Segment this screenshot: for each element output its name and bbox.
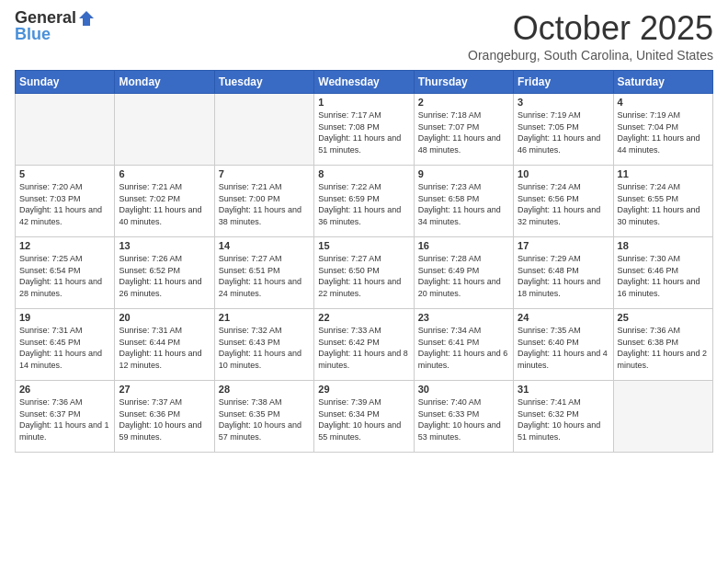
day-number: 25 (618, 312, 709, 323)
calendar-cell: 13Sunrise: 7:26 AM Sunset: 6:52 PM Dayli… (115, 237, 214, 309)
logo-icon (77, 9, 96, 28)
day-info: Sunrise: 7:21 AM Sunset: 7:02 PM Dayligh… (119, 181, 210, 227)
calendar-cell: 27Sunrise: 7:37 AM Sunset: 6:36 PM Dayli… (115, 381, 214, 453)
day-info: Sunrise: 7:28 AM Sunset: 6:49 PM Dayligh… (418, 253, 509, 299)
day-info: Sunrise: 7:33 AM Sunset: 6:42 PM Dayligh… (318, 325, 409, 371)
day-info: Sunrise: 7:39 AM Sunset: 6:34 PM Dayligh… (318, 396, 409, 442)
calendar-cell: 28Sunrise: 7:38 AM Sunset: 6:35 PM Dayli… (214, 381, 313, 453)
logo: General Blue (15, 9, 96, 42)
calendar-cell (613, 381, 712, 453)
col-sunday: Sunday (16, 71, 115, 94)
day-number: 8 (318, 168, 409, 179)
day-info: Sunrise: 7:36 AM Sunset: 6:38 PM Dayligh… (618, 325, 709, 371)
calendar-cell: 23Sunrise: 7:34 AM Sunset: 6:41 PM Dayli… (414, 309, 513, 381)
col-saturday: Saturday (613, 71, 712, 94)
month-title: October 2025 (468, 9, 713, 48)
day-number: 13 (119, 240, 210, 251)
day-info: Sunrise: 7:17 AM Sunset: 7:08 PM Dayligh… (318, 109, 409, 155)
day-info: Sunrise: 7:23 AM Sunset: 6:58 PM Dayligh… (418, 181, 509, 227)
day-number: 17 (518, 240, 609, 251)
title-section: October 2025 Orangeburg, South Carolina,… (468, 9, 713, 63)
day-info: Sunrise: 7:31 AM Sunset: 6:45 PM Dayligh… (19, 325, 110, 371)
calendar-cell: 2Sunrise: 7:18 AM Sunset: 7:07 PM Daylig… (414, 94, 513, 166)
calendar-cell: 12Sunrise: 7:25 AM Sunset: 6:54 PM Dayli… (16, 237, 115, 309)
day-number: 10 (518, 168, 609, 179)
calendar-cell: 31Sunrise: 7:41 AM Sunset: 6:32 PM Dayli… (514, 381, 613, 453)
calendar-cell: 14Sunrise: 7:27 AM Sunset: 6:51 PM Dayli… (214, 237, 313, 309)
calendar-cell: 18Sunrise: 7:30 AM Sunset: 6:46 PM Dayli… (613, 237, 712, 309)
calendar-week-1: 1Sunrise: 7:17 AM Sunset: 7:08 PM Daylig… (16, 94, 713, 166)
col-tuesday: Tuesday (214, 71, 313, 94)
day-info: Sunrise: 7:41 AM Sunset: 6:32 PM Dayligh… (518, 396, 609, 442)
calendar-cell: 4Sunrise: 7:19 AM Sunset: 7:04 PM Daylig… (613, 94, 712, 166)
calendar-cell: 19Sunrise: 7:31 AM Sunset: 6:45 PM Dayli… (16, 309, 115, 381)
calendar-cell: 22Sunrise: 7:33 AM Sunset: 6:42 PM Dayli… (314, 309, 414, 381)
day-number: 24 (518, 312, 609, 323)
header-row: Sunday Monday Tuesday Wednesday Thursday… (16, 71, 713, 94)
day-info: Sunrise: 7:27 AM Sunset: 6:51 PM Dayligh… (219, 253, 310, 299)
day-number: 29 (318, 384, 409, 395)
calendar-week-5: 26Sunrise: 7:36 AM Sunset: 6:37 PM Dayli… (16, 381, 713, 453)
calendar-cell (16, 94, 115, 166)
calendar-cell: 26Sunrise: 7:36 AM Sunset: 6:37 PM Dayli… (16, 381, 115, 453)
day-info: Sunrise: 7:27 AM Sunset: 6:50 PM Dayligh… (318, 253, 409, 299)
col-thursday: Thursday (414, 71, 513, 94)
day-info: Sunrise: 7:19 AM Sunset: 7:04 PM Dayligh… (618, 109, 709, 155)
calendar-cell: 24Sunrise: 7:35 AM Sunset: 6:40 PM Dayli… (514, 309, 613, 381)
day-info: Sunrise: 7:24 AM Sunset: 6:56 PM Dayligh… (518, 181, 609, 227)
calendar-cell: 29Sunrise: 7:39 AM Sunset: 6:34 PM Dayli… (314, 381, 414, 453)
day-number: 6 (119, 168, 210, 179)
day-number: 30 (418, 384, 509, 395)
day-number: 15 (318, 240, 409, 251)
calendar-cell: 5Sunrise: 7:20 AM Sunset: 7:03 PM Daylig… (16, 166, 115, 237)
day-info: Sunrise: 7:19 AM Sunset: 7:05 PM Dayligh… (518, 109, 609, 155)
calendar-cell: 8Sunrise: 7:22 AM Sunset: 6:59 PM Daylig… (314, 166, 414, 237)
calendar-week-4: 19Sunrise: 7:31 AM Sunset: 6:45 PM Dayli… (16, 309, 713, 381)
day-number: 31 (518, 384, 609, 395)
day-info: Sunrise: 7:37 AM Sunset: 6:36 PM Dayligh… (119, 396, 210, 442)
day-info: Sunrise: 7:22 AM Sunset: 6:59 PM Dayligh… (318, 181, 409, 227)
calendar-cell: 20Sunrise: 7:31 AM Sunset: 6:44 PM Dayli… (115, 309, 214, 381)
day-info: Sunrise: 7:21 AM Sunset: 7:00 PM Dayligh… (219, 181, 310, 227)
day-info: Sunrise: 7:35 AM Sunset: 6:40 PM Dayligh… (518, 325, 609, 371)
day-number: 3 (518, 97, 609, 108)
day-info: Sunrise: 7:32 AM Sunset: 6:43 PM Dayligh… (219, 325, 310, 371)
calendar-cell: 16Sunrise: 7:28 AM Sunset: 6:49 PM Dayli… (414, 237, 513, 309)
day-number: 7 (219, 168, 310, 179)
col-monday: Monday (115, 71, 214, 94)
calendar-cell: 15Sunrise: 7:27 AM Sunset: 6:50 PM Dayli… (314, 237, 414, 309)
calendar-cell: 11Sunrise: 7:24 AM Sunset: 6:55 PM Dayli… (613, 166, 712, 237)
day-number: 4 (618, 97, 709, 108)
day-number: 27 (119, 384, 210, 395)
day-info: Sunrise: 7:38 AM Sunset: 6:35 PM Dayligh… (219, 396, 310, 442)
calendar-cell: 10Sunrise: 7:24 AM Sunset: 6:56 PM Dayli… (514, 166, 613, 237)
day-number: 14 (219, 240, 310, 251)
day-info: Sunrise: 7:25 AM Sunset: 6:54 PM Dayligh… (19, 253, 110, 299)
col-friday: Friday (514, 71, 613, 94)
calendar-cell: 17Sunrise: 7:29 AM Sunset: 6:48 PM Dayli… (514, 237, 613, 309)
calendar-cell: 21Sunrise: 7:32 AM Sunset: 6:43 PM Dayli… (214, 309, 313, 381)
day-info: Sunrise: 7:40 AM Sunset: 6:33 PM Dayligh… (418, 396, 509, 442)
day-number: 22 (318, 312, 409, 323)
calendar-cell: 1Sunrise: 7:17 AM Sunset: 7:08 PM Daylig… (314, 94, 414, 166)
day-info: Sunrise: 7:30 AM Sunset: 6:46 PM Dayligh… (618, 253, 709, 299)
day-info: Sunrise: 7:36 AM Sunset: 6:37 PM Dayligh… (19, 396, 110, 442)
day-info: Sunrise: 7:29 AM Sunset: 6:48 PM Dayligh… (518, 253, 609, 299)
day-number: 2 (418, 97, 509, 108)
header: General Blue October 2025 Orangeburg, So… (15, 9, 713, 63)
page-container: General Blue October 2025 Orangeburg, So… (0, 0, 728, 462)
day-number: 9 (418, 168, 509, 179)
calendar-cell (214, 94, 313, 166)
calendar-week-3: 12Sunrise: 7:25 AM Sunset: 6:54 PM Dayli… (16, 237, 713, 309)
day-number: 20 (119, 312, 210, 323)
day-number: 23 (418, 312, 509, 323)
day-number: 16 (418, 240, 509, 251)
svg-marker-0 (79, 11, 94, 26)
day-number: 11 (618, 168, 709, 179)
calendar-week-2: 5Sunrise: 7:20 AM Sunset: 7:03 PM Daylig… (16, 166, 713, 237)
day-info: Sunrise: 7:31 AM Sunset: 6:44 PM Dayligh… (119, 325, 210, 371)
calendar-cell: 25Sunrise: 7:36 AM Sunset: 6:38 PM Dayli… (613, 309, 712, 381)
calendar-cell: 7Sunrise: 7:21 AM Sunset: 7:00 PM Daylig… (214, 166, 313, 237)
calendar-cell: 3Sunrise: 7:19 AM Sunset: 7:05 PM Daylig… (514, 94, 613, 166)
calendar-cell: 9Sunrise: 7:23 AM Sunset: 6:58 PM Daylig… (414, 166, 513, 237)
